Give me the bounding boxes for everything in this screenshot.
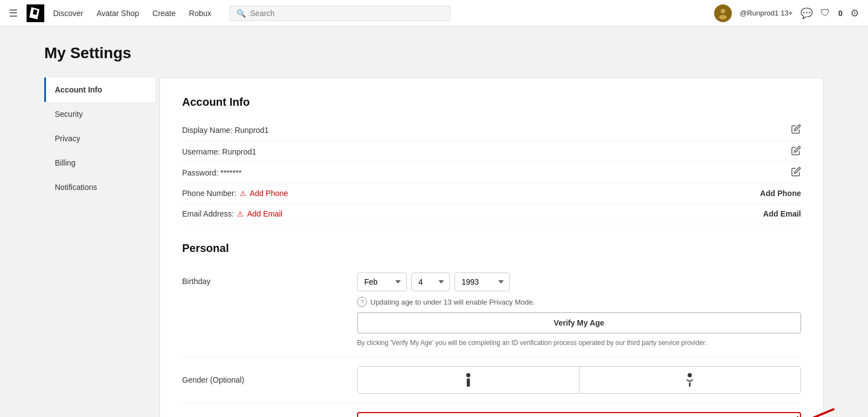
- add-email-action[interactable]: Add Email: [763, 209, 801, 218]
- gender-row: Gender (Optional): [182, 357, 801, 403]
- display-name-row: Display Name: Runprod1: [182, 120, 801, 141]
- email-label: Email Address:: [182, 209, 234, 218]
- topnav-right: @Runprod1 13+ 💬 🛡 0 ⚙: [714, 4, 859, 22]
- logo: [27, 4, 44, 22]
- sidebar-item-billing[interactable]: Billing: [44, 151, 155, 175]
- language-row-wrapper: Language English SpanishFrenchGerman Por…: [182, 403, 801, 417]
- birthday-dropdowns: JanFebMarApr MayJunJulAug SepOctNovDec 1…: [357, 272, 801, 291]
- gender-female-button[interactable]: [580, 367, 801, 393]
- main-content: Account Info Display Name: Runprod1 User…: [159, 78, 824, 417]
- page-body: My Settings Account Info Security Privac…: [0, 27, 868, 417]
- username-display: @Runprod1 13+: [740, 9, 793, 17]
- nav-discover[interactable]: Discover: [53, 9, 83, 18]
- phone-label: Phone Number:: [182, 189, 236, 198]
- phone-row: Phone Number: ⚠ Add Phone Add Phone: [182, 183, 801, 204]
- add-phone-action[interactable]: Add Phone: [760, 189, 801, 198]
- account-info-title: Account Info: [182, 96, 801, 109]
- svg-point-1: [719, 15, 727, 19]
- phone-label-group: Phone Number: ⚠ Add Phone: [182, 189, 288, 198]
- edit-display-name-icon[interactable]: [791, 124, 801, 136]
- question-icon: ?: [357, 297, 367, 307]
- birthday-year-select[interactable]: 1990199119921993 199419952000: [454, 272, 510, 291]
- email-row: Email Address: ⚠ Add Email Add Email: [182, 204, 801, 224]
- female-figure-icon: [683, 372, 696, 388]
- birthday-controls: JanFebMarApr MayJunJulAug SepOctNovDec 1…: [357, 272, 801, 348]
- birthday-row: Birthday JanFebMarApr MayJunJulAug SepOc…: [182, 264, 801, 357]
- edit-username-icon[interactable]: [791, 146, 801, 157]
- nav-avatar-shop[interactable]: Avatar Shop: [96, 9, 139, 18]
- red-arrow-indicator: [795, 406, 840, 417]
- username-row: Username: Runprod1: [182, 141, 801, 162]
- verify-note-text: By clicking 'Verify My Age' you will be …: [357, 338, 801, 348]
- search-bar: 🔍: [229, 6, 451, 21]
- sidebar-item-notifications[interactable]: Notifications: [44, 175, 155, 199]
- nav-create[interactable]: Create: [152, 9, 175, 18]
- gender-male-button[interactable]: [358, 367, 580, 393]
- language-select[interactable]: English SpanishFrenchGerman PortugueseCh…: [357, 412, 801, 417]
- gender-buttons: [357, 366, 801, 394]
- search-icon: 🔍: [236, 9, 246, 18]
- password-label: Password: *******: [182, 168, 241, 177]
- gear-icon[interactable]: ⚙: [850, 7, 859, 19]
- chat-icon[interactable]: 💬: [800, 7, 813, 19]
- nav-robux[interactable]: Robux: [189, 9, 211, 18]
- nav-links: Discover Avatar Shop Create Robux: [53, 9, 211, 18]
- sidebar-item-privacy[interactable]: Privacy: [44, 126, 155, 151]
- phone-warning-icon: ⚠: [240, 189, 246, 198]
- username-label: Username: Runprod1: [182, 147, 256, 156]
- add-email-link[interactable]: Add Email: [247, 209, 282, 218]
- birthday-day-select[interactable]: 1234 567: [411, 272, 450, 291]
- search-input[interactable]: [250, 9, 443, 18]
- svg-point-0: [721, 9, 725, 13]
- personal-title: Personal: [182, 242, 801, 255]
- menu-icon[interactable]: ☰: [9, 7, 18, 19]
- password-row: Password: *******: [182, 162, 801, 183]
- age-privacy-warning: ? Updating age to under 13 will enable P…: [357, 297, 801, 307]
- page-title: My Settings: [44, 44, 824, 62]
- display-name-label: Display Name: Runprod1: [182, 126, 268, 135]
- shield-icon[interactable]: 🛡: [820, 7, 830, 19]
- roblox-logo-icon: [29, 7, 42, 19]
- language-select-wrapper: English SpanishFrenchGerman PortugueseCh…: [357, 412, 801, 417]
- avatar[interactable]: [714, 4, 732, 22]
- avatar-icon: [716, 7, 730, 20]
- age-warning-text: Updating age to under 13 will enable Pri…: [370, 298, 535, 306]
- language-row: Language English SpanishFrenchGerman Por…: [182, 403, 801, 417]
- sidebar-item-account-info[interactable]: Account Info: [44, 78, 155, 102]
- male-figure-icon: [462, 372, 475, 388]
- verify-age-button[interactable]: Verify My Age: [357, 312, 801, 333]
- svg-rect-5: [468, 383, 470, 387]
- email-warning-icon: ⚠: [237, 210, 244, 218]
- birthday-month-select[interactable]: JanFebMarApr MayJunJulAug SepOctNovDec: [357, 272, 407, 291]
- settings-layout: Account Info Security Privacy Billing No…: [44, 78, 824, 417]
- sidebar-item-security[interactable]: Security: [44, 102, 155, 126]
- personal-section: Personal Birthday JanFebMarApr MayJunJul…: [182, 242, 801, 417]
- svg-point-6: [688, 373, 692, 377]
- topnav: ☰ Discover Avatar Shop Create Robux 🔍 @R…: [0, 0, 868, 27]
- svg-point-2: [466, 373, 470, 377]
- add-phone-link[interactable]: Add Phone: [250, 189, 288, 198]
- email-label-group: Email Address: ⚠ Add Email: [182, 209, 282, 218]
- svg-rect-4: [467, 383, 468, 387]
- settings-sidebar: Account Info Security Privacy Billing No…: [44, 78, 155, 199]
- edit-password-icon[interactable]: [791, 167, 801, 178]
- gender-label: Gender (Optional): [182, 375, 348, 384]
- svg-rect-7: [689, 383, 691, 387]
- birthday-label: Birthday: [182, 272, 348, 286]
- robux-count: 0: [838, 9, 843, 18]
- svg-line-9: [801, 409, 834, 417]
